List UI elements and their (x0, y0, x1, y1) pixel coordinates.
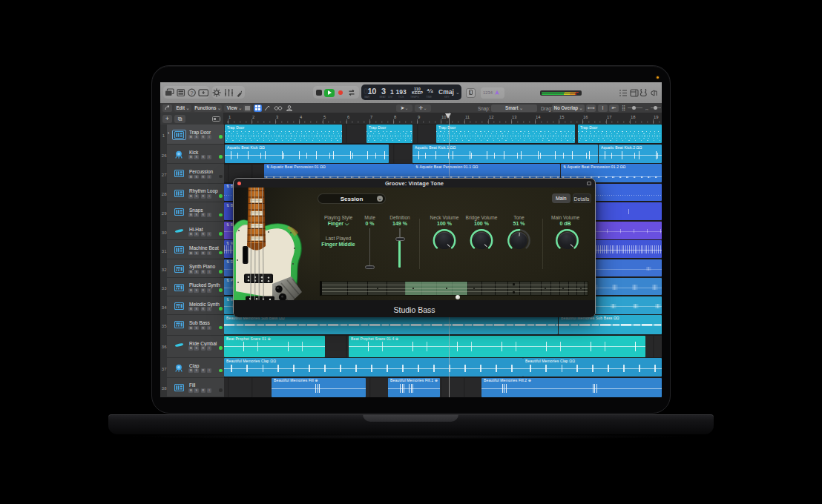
svg-text:?: ? (190, 90, 193, 96)
